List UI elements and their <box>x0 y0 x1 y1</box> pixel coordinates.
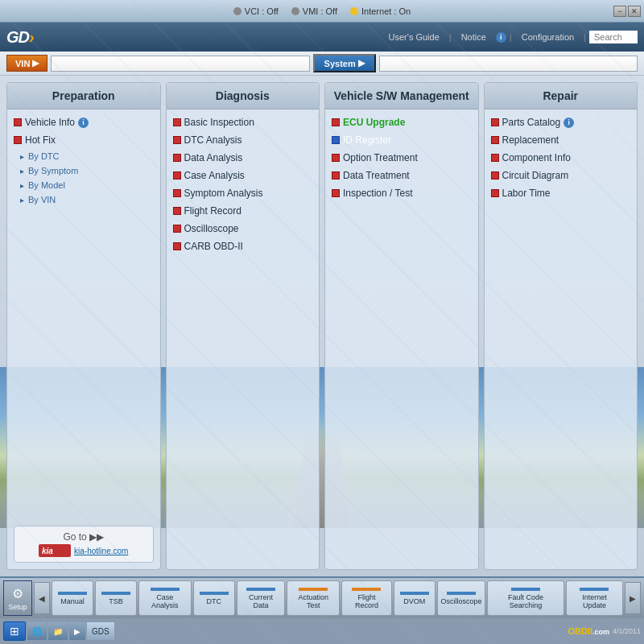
tab-oscilloscope-bar <box>447 592 476 595</box>
vehicle-sw-items: ECU Upgrade ID Register Option Treatment… <box>325 109 478 206</box>
tab-fault-code[interactable]: Fault Code Searching <box>487 580 564 616</box>
preparation-column: Preparation Vehicle Info i Hot Fix ▸ By … <box>6 82 161 570</box>
vehicle-info-item[interactable]: Vehicle Info i <box>10 114 157 130</box>
by-vin-item[interactable]: ▸ By VIN <box>10 193 157 206</box>
carb-obdii-item[interactable]: CARB OBD-II <box>170 238 316 254</box>
svg-text:kia: kia <box>42 547 53 555</box>
repair-items: Parts Catalog i Replacement Component In… <box>485 109 638 206</box>
vmi-label: VMI : Off <box>303 6 337 16</box>
by-symptom-item[interactable]: ▸ By Symptom <box>10 164 157 177</box>
minimize-button[interactable]: − <box>613 6 626 17</box>
tab-fault-bar <box>511 588 540 591</box>
tab-manual-bar <box>58 592 87 595</box>
diagnosis-header: Diagnosis <box>167 83 320 109</box>
repair-column: Repair Parts Catalog i Replacement Compo… <box>484 82 638 570</box>
close-button[interactable]: ✕ <box>628 6 641 17</box>
users-guide-link[interactable]: User's Guide <box>382 31 446 43</box>
basic-inspection-item[interactable]: Basic Inspection <box>170 114 316 130</box>
vci-label: VCI : Off <box>245 6 279 16</box>
symptom-analysis-item[interactable]: Symptom Analysis <box>170 185 316 201</box>
ecu-upgrade-item[interactable]: ECU Upgrade <box>328 114 475 130</box>
gds-logo: GD› <box>6 28 34 47</box>
vehicle-info-icon <box>14 118 22 126</box>
flight-record-icon <box>173 207 181 215</box>
inspection-test-item[interactable]: Inspection / Test <box>328 185 475 201</box>
tab-next-button[interactable]: ▶ <box>625 582 641 614</box>
labor-time-item[interactable]: Labor Time <box>488 185 634 201</box>
vin-button[interactable]: VIN ▶ <box>6 55 47 72</box>
system-input[interactable] <box>379 56 638 72</box>
status-indicators: VCI : Off VMI : Off Internet : On <box>233 6 411 16</box>
vin-input[interactable] <box>51 56 309 72</box>
kia-goto-label: Go to ▶▶ <box>63 531 104 543</box>
parts-catalog-info-icon: i <box>564 118 574 128</box>
taskbar-explorer[interactable]: 📁 <box>48 622 68 640</box>
tab-prev-button[interactable]: ◀ <box>34 582 50 614</box>
tab-dtc[interactable]: DTC <box>193 580 235 616</box>
preparation-items: Vehicle Info i Hot Fix ▸ By DTC ▸ By Sym… <box>7 109 160 211</box>
search-input[interactable] <box>589 31 638 43</box>
window-controls: − ✕ <box>613 6 641 17</box>
tab-case-analysis[interactable]: Case Analysis <box>138 580 192 616</box>
columns-area: Preparation Vehicle Info i Hot Fix ▸ By … <box>0 76 644 576</box>
option-treatment-item[interactable]: Option Treatment <box>328 150 475 166</box>
hot-fix-item[interactable]: Hot Fix <box>10 132 157 148</box>
taskbar-gds[interactable]: GDS <box>87 622 114 640</box>
by-dtc-item[interactable]: ▸ By DTC <box>10 150 157 163</box>
internet-dot <box>350 7 358 15</box>
tab-internet-update[interactable]: Internet Update <box>566 580 623 616</box>
tab-manual[interactable]: Manual <box>52 580 93 616</box>
vci-status: VCI : Off <box>233 6 279 16</box>
oscilloscope-item[interactable]: Oscilloscope <box>170 221 316 237</box>
notice-info-icon: i <box>496 32 506 43</box>
replacement-item[interactable]: Replacement <box>488 132 634 148</box>
carb-obdii-icon <box>173 242 181 250</box>
symptom-analysis-icon <box>173 189 181 197</box>
system-button[interactable]: System ▶ <box>313 54 376 72</box>
case-analysis-item[interactable]: Case Analysis <box>170 167 316 184</box>
start-button[interactable]: ⊞ <box>3 621 26 641</box>
kia-logo-svg: kia <box>39 544 71 557</box>
tab-dvom[interactable]: DVOM <box>394 580 436 616</box>
case-analysis-icon <box>173 171 181 180</box>
by-vin-arrow: ▸ <box>20 196 25 204</box>
dtc-analysis-item[interactable]: DTC Analysis <box>170 132 316 148</box>
obdii-logo: OBDII.com <box>568 626 609 636</box>
tab-bar: ⚙ Setup ◀ Manual TSB Case Analysis DTC C… <box>0 576 644 618</box>
data-treatment-item[interactable]: Data Treatment <box>328 167 475 184</box>
data-treatment-icon <box>332 171 340 180</box>
parts-catalog-icon <box>491 118 499 126</box>
tab-actuation-bar <box>299 588 328 591</box>
tab-flight-record[interactable]: Flight Record <box>341 580 392 616</box>
tab-current-data[interactable]: Current Data <box>237 580 286 616</box>
notice-link[interactable]: Notice <box>455 31 493 43</box>
tab-oscilloscope[interactable]: Oscilloscope <box>437 580 485 616</box>
flight-record-item[interactable]: Flight Record <box>170 203 316 219</box>
data-analysis-item[interactable]: Data Analysis <box>170 150 316 166</box>
taskbar-media[interactable]: ▶ <box>69 622 85 640</box>
tab-current-bar <box>246 588 275 591</box>
vehicle-info-info-icon: i <box>78 118 89 128</box>
id-register-item[interactable]: ID Register <box>328 132 475 148</box>
dtc-analysis-icon <box>173 136 181 144</box>
tab-actuation-test[interactable]: Actuation Test <box>287 580 340 616</box>
ecu-upgrade-icon <box>332 118 340 126</box>
vmi-status: VMI : Off <box>291 6 337 16</box>
component-info-icon <box>491 154 499 162</box>
parts-catalog-item[interactable]: Parts Catalog i <box>488 114 634 130</box>
diagnosis-items: Basic Inspection DTC Analysis Data Analy… <box>167 109 320 259</box>
title-bar: VCI : Off VMI : Off Internet : On − ✕ <box>0 0 644 23</box>
taskbar-time: 4/1/2011 <box>613 627 641 635</box>
kia-url[interactable]: kia-hotline.com <box>74 547 128 555</box>
vehicle-sw-header: Vehicle S/W Management <box>325 83 478 109</box>
taskbar-ie[interactable]: 🌐 <box>27 622 47 640</box>
taskbar: ⊞ 🌐 📁 ▶ GDS OBDII.com 4/1/2011 <box>0 618 644 644</box>
tab-tsb[interactable]: TSB <box>95 580 137 616</box>
by-model-item[interactable]: ▸ By Model <box>10 179 157 192</box>
data-analysis-icon <box>173 154 181 162</box>
circuit-diagram-item[interactable]: Circuit Diagram <box>488 167 634 184</box>
setup-button[interactable]: ⚙ Setup <box>3 580 32 616</box>
component-info-item[interactable]: Component Info <box>488 150 634 166</box>
configuration-link[interactable]: Configuration <box>515 31 580 43</box>
tab-internet-bar <box>580 588 609 591</box>
